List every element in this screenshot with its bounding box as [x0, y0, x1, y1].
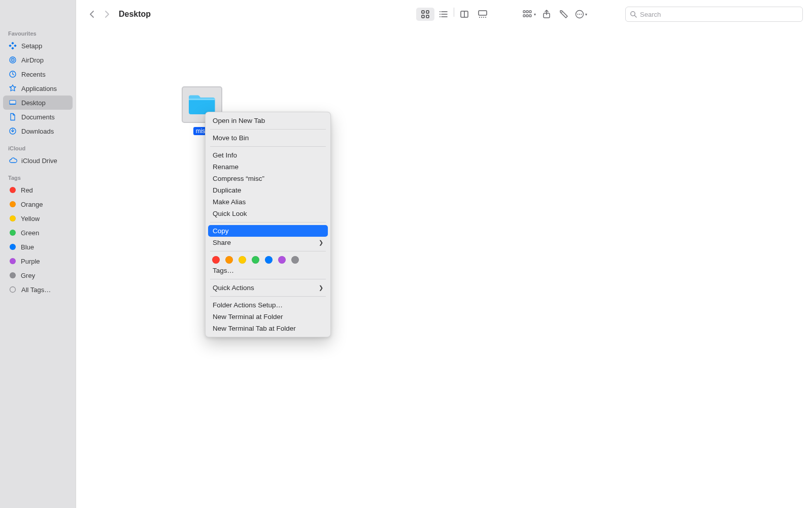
- separator: [210, 146, 326, 147]
- svg-rect-44: [189, 99, 215, 100]
- sidebar-tag-yellow[interactable]: Yellow: [3, 211, 73, 226]
- view-gallery-button[interactable]: [473, 8, 492, 21]
- sidebar-item-label: Desktop: [21, 99, 46, 107]
- ctx-new-terminal-tab[interactable]: New Terminal Tab at Folder: [208, 323, 328, 334]
- ctx-copy[interactable]: Copy: [208, 225, 328, 237]
- svg-point-36: [561, 12, 562, 13]
- sidebar-item-setapp[interactable]: Setapp: [3, 39, 73, 53]
- tag-dot-icon: [10, 187, 16, 193]
- separator: [210, 129, 326, 130]
- sidebar-item-label: Documents: [21, 113, 55, 121]
- tag-dot-icon: [10, 215, 16, 221]
- content-pane[interactable]: misc Open in New Tab Move to Bin Get Inf…: [76, 28, 812, 508]
- finder-window: Favourites Setapp AirDrop Recents: [0, 0, 812, 508]
- svg-rect-30: [526, 11, 528, 13]
- ctx-tag-green[interactable]: [252, 256, 259, 264]
- svg-point-39: [579, 14, 580, 15]
- svg-point-19: [439, 11, 441, 12]
- separator: [210, 296, 326, 297]
- nav-back-button[interactable]: [85, 7, 99, 21]
- svg-rect-29: [523, 11, 525, 13]
- sidebar-tag-orange[interactable]: Orange: [3, 197, 73, 211]
- sidebar-item-airdrop[interactable]: AirDrop: [3, 53, 73, 67]
- view-icons-button[interactable]: [416, 8, 434, 21]
- sidebar-section-favourites: Favourites Setapp AirDrop Recents: [3, 29, 73, 138]
- sidebar-tag-grey[interactable]: Grey: [3, 268, 73, 282]
- sidebar-tag-blue[interactable]: Blue: [3, 240, 73, 254]
- sidebar: Favourites Setapp AirDrop Recents: [0, 0, 76, 508]
- documents-icon: [8, 112, 17, 121]
- search-input[interactable]: [640, 11, 798, 18]
- ctx-tag-colors: [208, 254, 328, 265]
- more-actions-button[interactable]: ▾: [572, 7, 590, 21]
- chevron-right-icon: ❯: [319, 284, 323, 291]
- group-by-button[interactable]: ▾: [521, 7, 538, 21]
- svg-point-6: [12, 59, 13, 60]
- sidebar-item-label: Green: [21, 229, 39, 237]
- section-label: Favourites: [3, 29, 73, 39]
- sidebar-item-label: Blue: [21, 243, 34, 251]
- ctx-tag-grey[interactable]: [291, 256, 299, 264]
- ctx-tag-purple[interactable]: [278, 256, 286, 264]
- ctx-folder-actions[interactable]: Folder Actions Setup…: [208, 299, 328, 311]
- sidebar-section-tags: Tags Red Orange Yellow Green Blue: [3, 174, 73, 297]
- sidebar-item-documents[interactable]: Documents: [3, 110, 73, 124]
- svg-line-42: [634, 15, 636, 17]
- ctx-get-info[interactable]: Get Info: [208, 149, 328, 161]
- section-label: Tags: [3, 174, 73, 183]
- sidebar-tag-purple[interactable]: Purple: [3, 254, 73, 268]
- tag-dot-icon: [10, 201, 16, 207]
- chevron-right-icon: ❯: [319, 239, 323, 246]
- sidebar-item-label: Red: [21, 186, 33, 194]
- sidebar-item-label: Recents: [21, 71, 46, 78]
- ctx-share[interactable]: Share ❯: [208, 237, 328, 248]
- ctx-tags[interactable]: Tags…: [208, 265, 328, 276]
- sidebar-section-icloud: iCloud iCloud Drive: [3, 144, 73, 168]
- section-label: iCloud: [3, 144, 73, 153]
- sidebar-tag-green[interactable]: Green: [3, 226, 73, 240]
- view-mode-switch: [415, 7, 493, 22]
- tag-dot-icon: [10, 272, 16, 278]
- svg-point-21: [439, 16, 441, 17]
- sidebar-item-label: All Tags…: [21, 286, 51, 294]
- ctx-make-alias[interactable]: Make Alias: [208, 196, 328, 208]
- search-field[interactable]: [625, 7, 803, 22]
- ctx-tag-red[interactable]: [212, 256, 220, 264]
- tags-button[interactable]: [555, 7, 572, 21]
- svg-rect-33: [526, 15, 528, 17]
- svg-point-38: [578, 14, 579, 15]
- sidebar-item-desktop[interactable]: Desktop: [3, 96, 73, 110]
- ctx-new-terminal[interactable]: New Terminal at Folder: [208, 311, 328, 323]
- ctx-compress[interactable]: Compress “misc”: [208, 173, 328, 184]
- ctx-open-new-tab[interactable]: Open in New Tab: [208, 115, 328, 126]
- svg-point-25: [479, 17, 480, 18]
- svg-point-40: [581, 14, 582, 15]
- svg-rect-2: [14, 44, 17, 47]
- context-menu: Open in New Tab Move to Bin Get Info Ren…: [205, 112, 331, 337]
- sidebar-tag-red[interactable]: Red: [3, 183, 73, 197]
- share-button[interactable]: [538, 7, 555, 21]
- svg-point-11: [10, 287, 16, 293]
- cloud-icon: [8, 156, 17, 165]
- sidebar-item-applications[interactable]: Applications: [3, 81, 73, 96]
- ctx-quick-look[interactable]: Quick Look: [208, 208, 328, 219]
- sidebar-item-icloud-drive[interactable]: iCloud Drive: [3, 153, 73, 168]
- ctx-tag-blue[interactable]: [265, 256, 273, 264]
- sidebar-item-recents[interactable]: Recents: [3, 67, 73, 81]
- ctx-tag-yellow[interactable]: [239, 256, 246, 264]
- ctx-rename[interactable]: Rename: [208, 161, 328, 173]
- ctx-tag-orange[interactable]: [225, 256, 233, 264]
- nav-forward-button[interactable]: [99, 7, 114, 21]
- svg-rect-34: [529, 15, 531, 17]
- sidebar-item-downloads[interactable]: Downloads: [3, 124, 73, 138]
- ctx-move-to-bin[interactable]: Move to Bin: [208, 132, 328, 144]
- chevron-down-icon: ▾: [585, 12, 587, 17]
- sidebar-item-all-tags[interactable]: All Tags…: [3, 282, 73, 297]
- ctx-quick-actions[interactable]: Quick Actions ❯: [208, 282, 328, 294]
- svg-rect-15: [426, 15, 429, 18]
- view-list-button[interactable]: [434, 8, 453, 21]
- ctx-duplicate[interactable]: Duplicate: [208, 184, 328, 196]
- svg-rect-0: [11, 42, 14, 45]
- view-columns-button[interactable]: [455, 8, 473, 21]
- separator: [454, 8, 454, 17]
